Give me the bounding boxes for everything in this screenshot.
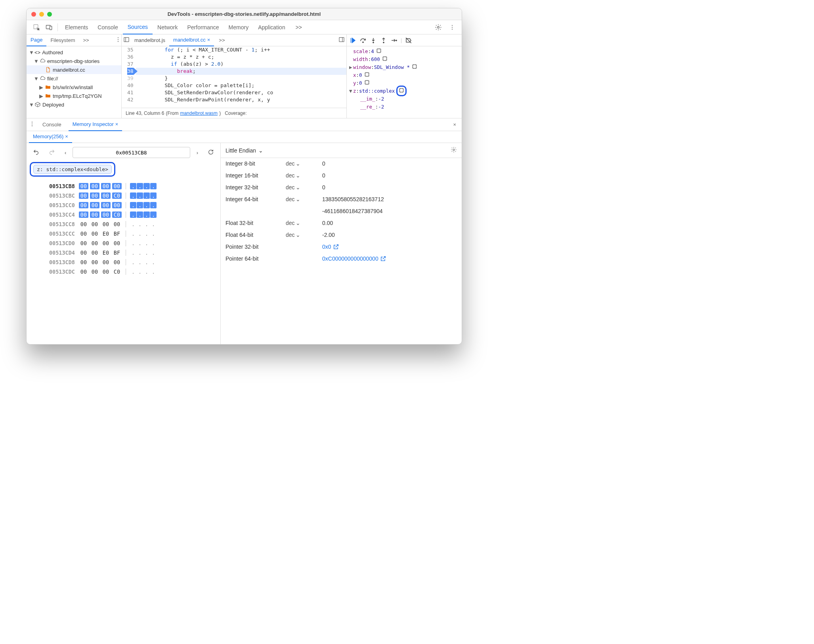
hex-byte[interactable]: BF: [112, 231, 122, 237]
navigator-toggle-icon[interactable]: [123, 36, 130, 44]
code-line[interactable]: if (abs(z) > 2.0): [136, 61, 346, 68]
overflow-tabs[interactable]: >>: [291, 20, 307, 34]
chevron-down-icon[interactable]: ⌄: [296, 232, 300, 238]
endianness-selector[interactable]: Little Endian: [225, 147, 256, 154]
hex-byte[interactable]: 00: [101, 192, 111, 199]
memory-subtab[interactable]: Memory(256)×: [29, 131, 72, 143]
pointer-link[interactable]: 0xC000000000000000: [322, 255, 386, 262]
hex-byte[interactable]: 00: [79, 231, 88, 237]
hex-byte[interactable]: E0: [101, 231, 111, 237]
hex-row[interactable]: 00513CCC0000E0BF....: [30, 229, 217, 238]
hex-row[interactable]: 00513CC800000000....: [30, 219, 217, 229]
pointer-link[interactable]: 0x0: [322, 244, 339, 250]
hex-byte[interactable]: 00: [101, 183, 111, 189]
hex-byte[interactable]: 00: [90, 231, 99, 237]
hex-byte[interactable]: 00: [90, 202, 99, 208]
code-line[interactable]: SDL_RenderDrawPoint(renderer, x, y: [136, 96, 346, 103]
chevron-down-icon[interactable]: ⌄: [296, 172, 300, 179]
value-mode-selector[interactable]: dec ⌄: [286, 196, 317, 202]
hex-byte[interactable]: 00: [90, 192, 99, 199]
hex-row[interactable]: 00513CD000000000....: [30, 238, 217, 248]
main-tab-sources[interactable]: Sources: [123, 20, 153, 34]
hex-byte[interactable]: 00: [101, 202, 111, 208]
value-mode-selector[interactable]: dec ⌄: [286, 220, 317, 226]
memory-chip-icon[interactable]: [411, 63, 418, 71]
memory-chip-icon[interactable]: [382, 55, 388, 63]
tree-item-file[interactable]: mandelbrot.cc: [27, 65, 121, 74]
line-number[interactable]: 35: [127, 46, 134, 53]
hex-byte[interactable]: 00: [79, 240, 88, 246]
close-icon[interactable]: ×: [115, 121, 118, 127]
editor-tab[interactable]: mandelbrot.cc×: [169, 34, 214, 46]
code-line[interactable]: break;: [136, 68, 346, 75]
hex-byte[interactable]: 00: [101, 269, 111, 275]
sidebar-tab-filesystem[interactable]: Filesystem: [46, 34, 79, 46]
undo-icon[interactable]: [30, 147, 42, 158]
editor-tab[interactable]: mandelbrot.js: [130, 34, 169, 46]
hex-row[interactable]: 00513CC4000000C0....: [30, 210, 217, 219]
hex-row[interactable]: 00513CBC000000C0....: [30, 191, 217, 200]
line-number[interactable]: 40: [127, 82, 134, 89]
memory-chip-icon[interactable]: [376, 48, 382, 55]
hex-row[interactable]: 00513CD40000E0BF....: [30, 248, 217, 257]
next-page-icon[interactable]: ›: [193, 148, 201, 157]
scope-variable-row[interactable]: width: 600: [349, 55, 459, 63]
tree-item-deployed[interactable]: ▼Deployed: [27, 100, 121, 109]
drawer-tab-console[interactable]: Console: [38, 118, 65, 131]
hex-byte[interactable]: 00: [90, 269, 99, 275]
hex-byte[interactable]: 00: [112, 183, 122, 189]
maximize-window-button[interactable]: [47, 12, 52, 17]
debugger-toggle-icon[interactable]: [338, 36, 345, 44]
close-window-button[interactable]: [31, 12, 36, 17]
hex-byte[interactable]: 00: [112, 202, 122, 208]
tree-item-folder[interactable]: ▶tmp/tmp.ELcTq2YGN: [27, 91, 121, 100]
inspect-element-icon[interactable]: [31, 22, 42, 32]
minimize-window-button[interactable]: [39, 12, 44, 17]
highlighted-object-chip[interactable]: z: std::complex<double>: [30, 162, 115, 177]
address-input[interactable]: [73, 147, 190, 158]
step-icon[interactable]: [390, 37, 397, 44]
tree-item-authored[interactable]: ▼<>Authored: [27, 48, 121, 57]
step-over-icon[interactable]: [359, 37, 367, 44]
code-line[interactable]: }: [136, 75, 346, 82]
resume-icon[interactable]: [349, 37, 356, 44]
code-line[interactable]: z = z * z + c;: [136, 53, 346, 61]
memory-chip-icon[interactable]: [364, 79, 370, 87]
step-into-icon[interactable]: [370, 37, 377, 44]
hex-byte[interactable]: 00: [79, 221, 88, 227]
line-number[interactable]: 39: [127, 75, 134, 82]
scope-variable-row[interactable]: scale: 4: [349, 47, 459, 55]
settings-icon[interactable]: [432, 22, 444, 32]
hex-byte[interactable]: 00: [112, 259, 122, 265]
hex-byte[interactable]: 00: [101, 221, 111, 227]
hex-byte[interactable]: 00: [79, 202, 88, 208]
scope-variable-row[interactable]: ▼ z: std::complex: [349, 87, 459, 95]
chevron-down-icon[interactable]: ⌄: [296, 220, 300, 226]
hex-row[interactable]: 00513CB800000000....: [30, 181, 217, 191]
value-mode-selector[interactable]: dec ⌄: [286, 172, 317, 179]
hex-byte[interactable]: 00: [101, 211, 111, 218]
main-tab-application[interactable]: Application: [253, 20, 290, 34]
hex-byte[interactable]: 00: [90, 259, 99, 265]
hex-byte[interactable]: 00: [79, 250, 88, 256]
deactivate-breakpoints-icon[interactable]: [405, 37, 412, 44]
memory-chip-icon[interactable]: [396, 86, 407, 96]
hex-byte[interactable]: 00: [101, 240, 111, 246]
hex-byte[interactable]: 00: [90, 240, 99, 246]
hex-byte[interactable]: BF: [112, 250, 122, 256]
hex-byte[interactable]: C0: [112, 269, 122, 275]
value-mode-selector[interactable]: dec ⌄: [286, 184, 317, 191]
memory-chip-icon[interactable]: [364, 71, 370, 79]
chevron-down-icon[interactable]: ⌄: [296, 184, 300, 191]
sidebar-tab-page[interactable]: Page: [27, 34, 46, 46]
hex-byte[interactable]: 00: [79, 211, 88, 218]
code-line[interactable]: SDL_SetRenderDrawColor(renderer, co: [136, 89, 346, 96]
hex-byte[interactable]: 00: [112, 240, 122, 246]
tree-item-folder[interactable]: ▶b/s/w/ir/x/w/install: [27, 83, 121, 91]
line-number[interactable]: 37: [127, 61, 134, 68]
drawer-tab-memory-inspector[interactable]: Memory Inspector×: [69, 118, 122, 131]
value-mode-selector[interactable]: dec ⌄: [286, 232, 317, 238]
hex-byte[interactable]: 00: [90, 221, 99, 227]
kebab-menu-icon[interactable]: [29, 121, 35, 128]
hex-byte[interactable]: 00: [90, 183, 99, 189]
